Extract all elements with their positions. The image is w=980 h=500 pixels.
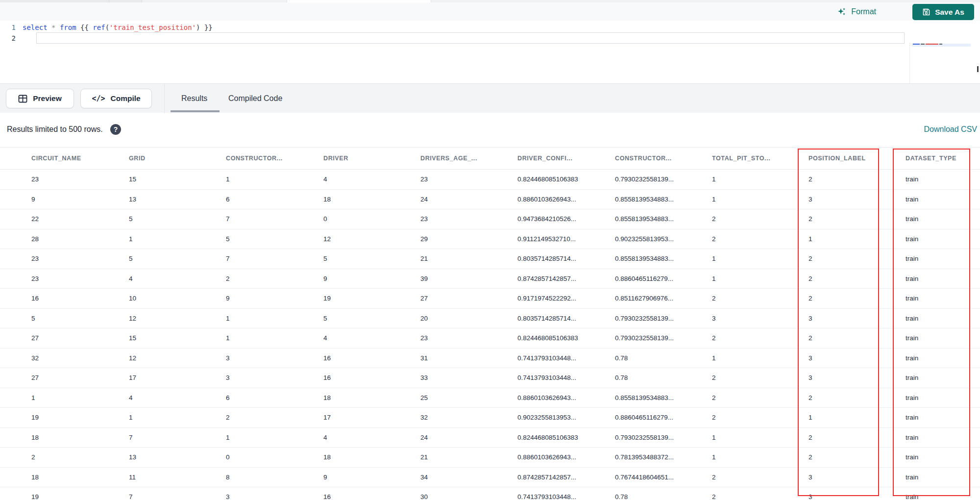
table-row: 18714240.8244680851063830.7930232558139.… <box>0 428 980 448</box>
tab-results[interactable]: Results <box>181 84 207 113</box>
column-header: CONSTRUCTOR... <box>226 155 323 162</box>
column-header: DRIVER <box>323 155 420 162</box>
table-cell: 3 <box>226 374 323 381</box>
format-label: Format <box>851 7 876 16</box>
table-cell: 3 <box>226 354 323 362</box>
table-cell: 4 <box>323 334 420 342</box>
table-cell: 0.78 <box>615 493 712 500</box>
table-cell: 2 <box>712 295 808 302</box>
table-cell: 18 <box>31 474 129 481</box>
table-cell: 39 <box>420 275 517 282</box>
table-cell: 25 <box>420 394 517 401</box>
table-cell: 18 <box>323 453 420 461</box>
table-cell: 16 <box>323 493 420 500</box>
table-cell: 1 <box>31 394 129 401</box>
table-cell: 23 <box>420 215 517 223</box>
table-cell: 12 <box>129 315 226 322</box>
table-cell: 23 <box>420 175 517 183</box>
code-token <box>55 24 59 31</box>
table-cell: 0.824468085106383 <box>517 334 615 342</box>
table-cell: 5 <box>323 315 420 322</box>
table-cell: 2 <box>808 275 906 282</box>
table-row: 913618240.8860103626943...0.855813953488… <box>0 190 980 210</box>
help-icon[interactable]: ? <box>110 124 121 135</box>
table-cell: 27 <box>31 334 129 342</box>
table-cell: 0.824468085106383 <box>517 434 615 441</box>
table-cell: 9 <box>323 474 420 481</box>
table-cell: 5 <box>323 255 420 262</box>
table-cell: train <box>906 315 980 322</box>
table-cell: 15 <box>129 175 226 183</box>
table-cell: 1 <box>226 434 323 441</box>
code-token <box>48 24 51 31</box>
tab-compiled-code[interactable]: Compiled Code <box>228 84 282 113</box>
table-row: 3212316310.7413793103448...0.7813train <box>0 349 980 369</box>
table-row: 231514230.8244680851063830.7930232558139… <box>0 170 980 190</box>
table-cell: 12 <box>323 235 420 243</box>
table-cell: 5 <box>31 315 129 322</box>
code-token: ) <box>196 24 200 31</box>
table-row: 23575210.8035714285714...0.8558139534883… <box>0 249 980 269</box>
table-cell: 0.9023255813953... <box>615 235 712 243</box>
column-header: POSITION_LABEL <box>808 155 906 162</box>
table-cell: train <box>906 453 980 461</box>
table-cell: 0.7413793103448... <box>517 374 615 381</box>
table-cell: 3 <box>808 196 906 203</box>
table-cell: 18 <box>323 196 420 203</box>
code-token: {{ <box>76 24 93 31</box>
table-cell: train <box>906 235 980 243</box>
table-cell: 2 <box>808 453 906 461</box>
preview-button[interactable]: Preview <box>6 89 74 108</box>
table-cell: 5 <box>226 235 323 243</box>
editor-header-bar: Format Save As <box>0 2 980 21</box>
table-row: 191217320.9023255813953...0.886046511627… <box>0 408 980 428</box>
table-cell: train <box>906 295 980 302</box>
table-cell: train <box>906 215 980 223</box>
table-cell: 34 <box>420 474 517 481</box>
table-cell: 7 <box>226 255 323 262</box>
table-cell: 1 <box>226 334 323 342</box>
sql-statement: select * from {{ ref('train_test_positio… <box>23 24 213 31</box>
table-cell: 2 <box>712 414 808 421</box>
table-cell: 0.8860465116279... <box>615 414 712 421</box>
sql-editor[interactable]: 1 select * from {{ ref('train_test_posit… <box>0 21 980 83</box>
table-cell: 21 <box>420 255 517 262</box>
table-cell: 20 <box>420 315 517 322</box>
table-cell: 1 <box>226 315 323 322</box>
table-cell: 2 <box>808 394 906 401</box>
table-cell: 13 <box>129 196 226 203</box>
results-table: CIRCUIT_NAMEGRIDCONSTRUCTOR...DRIVERDRIV… <box>0 147 980 500</box>
table-cell: 18 <box>31 434 129 441</box>
table-cell: 7 <box>129 493 226 500</box>
table-cell: 2 <box>808 255 906 262</box>
table-cell: 0.7930232558139... <box>615 315 712 322</box>
table-cell: 1 <box>808 414 906 421</box>
table-cell: 23 <box>31 175 129 183</box>
table-cell: 0.8558139534883... <box>615 255 712 262</box>
table-row: 281512290.9112149532710...0.902325581395… <box>0 229 980 250</box>
format-button[interactable]: Format <box>837 5 876 18</box>
compile-button[interactable]: </> Compile <box>80 89 152 108</box>
save-as-button[interactable]: Save As <box>912 4 974 20</box>
table-cell: 0.7813953488372... <box>615 453 712 461</box>
table-cell: 9 <box>323 275 420 282</box>
table-cell: 12 <box>129 354 226 362</box>
table-cell: train <box>906 374 980 381</box>
column-header: GRID <box>129 155 226 162</box>
code-line-1[interactable]: 1 select * from {{ ref('train_test_posit… <box>0 22 931 33</box>
sparkles-icon <box>837 7 847 17</box>
results-meta-bar: Results limited to 500 rows. ? Download … <box>0 120 980 140</box>
table-cell: 4 <box>323 434 420 441</box>
table-cell: 2 <box>226 275 323 282</box>
code-line-2[interactable]: 2 <box>0 33 931 44</box>
table-cell: 5 <box>129 215 226 223</box>
minimap-scrollbar[interactable] <box>977 66 979 72</box>
table-cell: 0.78 <box>615 354 712 362</box>
table-cell: 24 <box>420 196 517 203</box>
table-icon <box>18 94 27 103</box>
table-row: 51215200.8035714285714...0.7930232558139… <box>0 309 980 329</box>
table-cell: 3 <box>226 493 323 500</box>
table-cell: 2 <box>226 414 323 421</box>
table-cell: 0.9171974522292... <box>517 295 615 302</box>
download-csv-link[interactable]: Download CSV <box>924 125 978 134</box>
